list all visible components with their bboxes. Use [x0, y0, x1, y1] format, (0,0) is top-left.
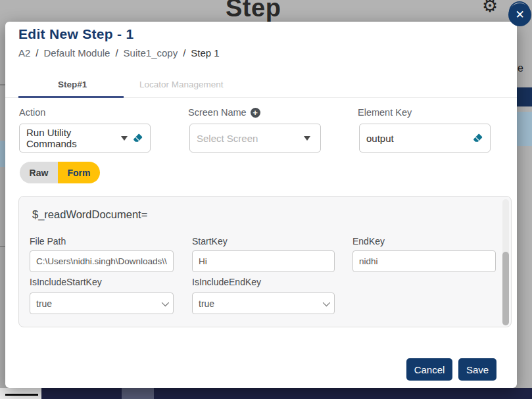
background-blue-block	[517, 112, 532, 146]
raw-form-toggle: Raw Form	[20, 162, 100, 183]
screen-name-label-text: Screen Name	[188, 107, 247, 118]
is-include-start-key-select[interactable]: true	[30, 293, 174, 314]
clear-action-eraser-icon[interactable]	[132, 133, 143, 144]
chevron-down-icon	[162, 298, 169, 306]
background-corner-line	[5, 394, 38, 396]
screen-name-dropdown[interactable]: Select Screen	[189, 124, 321, 153]
element-key-input[interactable]: output	[359, 124, 491, 153]
background-horizontal-scrollbar[interactable]	[41, 388, 532, 399]
is-include-end-key-value: true	[199, 298, 214, 309]
end-key-label: EndKey	[352, 236, 385, 246]
start-key-value: Hi	[199, 256, 207, 266]
background-horizontal-scrollbar-thumb[interactable]	[122, 388, 154, 399]
cancel-button[interactable]: Cancel	[406, 358, 452, 381]
action-label: Action	[19, 107, 45, 118]
breadcrumb-item-module[interactable]: Default Module	[44, 47, 110, 59]
panel-scrollbar-thumb[interactable]	[502, 252, 509, 325]
start-key-label: StartKey	[192, 236, 228, 246]
command-form-panel: $_readWordDocument= File Path StartKey E…	[18, 196, 512, 327]
edit-step-modal: Edit New Step - 1 A2/Default Module/Suit…	[5, 22, 517, 388]
panel-scrollbar[interactable]	[502, 199, 509, 325]
screen-name-label: Screen Name +	[188, 107, 260, 118]
background-page-title: Step	[226, 0, 281, 22]
tab-locator-management[interactable]: Locator Management	[139, 80, 224, 89]
file-path-value: C:\Users\nidhi.singh\Downloads\\	[36, 256, 167, 266]
background-left-blue-block	[0, 141, 5, 167]
background-divider	[0, 84, 5, 85]
action-label-text: Action	[19, 107, 45, 118]
is-include-start-key-label: IsIncludeStartKey	[30, 277, 102, 287]
screen-name-placeholder: Select Screen	[197, 133, 304, 144]
command-code-prefix: $_readWordDocument=	[32, 208, 147, 221]
action-value: Run Utility Commands	[26, 127, 121, 149]
chevron-down-icon	[323, 298, 330, 306]
element-key-value: output	[366, 133, 472, 144]
background-divider	[0, 246, 5, 247]
breadcrumb-separator: /	[115, 47, 118, 59]
start-key-input[interactable]: Hi	[192, 250, 335, 272]
element-key-label-text: Element Key	[358, 107, 412, 118]
raw-toggle-button[interactable]: Raw	[20, 162, 58, 183]
background-text-fragment: e	[518, 62, 523, 74]
dropdown-arrow-icon	[304, 136, 310, 141]
clear-element-key-eraser-icon[interactable]	[472, 133, 483, 144]
background-navy-block	[517, 87, 532, 106]
is-include-end-key-select[interactable]: true	[192, 293, 335, 314]
breadcrumb-item-project[interactable]: A2	[18, 47, 30, 59]
gear-icon[interactable]: ⚙	[482, 0, 498, 16]
is-include-end-key-label: IsIncludeEndKey	[192, 277, 261, 287]
form-toggle-button[interactable]: Form	[58, 162, 100, 183]
file-path-label: File Path	[30, 236, 66, 246]
breadcrumb-separator: /	[183, 47, 185, 59]
save-button[interactable]: Save	[458, 358, 496, 381]
breadcrumb-item-suite[interactable]: Suite1_copy	[124, 47, 178, 59]
element-key-label: Element Key	[358, 107, 412, 118]
action-dropdown[interactable]: Run Utility Commands	[19, 124, 151, 153]
add-screen-icon[interactable]: +	[251, 108, 260, 118]
active-tab-underline	[18, 96, 124, 98]
close-icon[interactable]: ✕	[508, 3, 531, 26]
dropdown-arrow-icon	[121, 136, 128, 141]
is-include-start-key-value: true	[36, 298, 52, 309]
end-key-input[interactable]: nidhi	[352, 250, 496, 272]
tab-step1[interactable]: Step#1	[58, 80, 87, 89]
breadcrumb-item-step[interactable]: Step 1	[191, 47, 219, 59]
end-key-value: nidhi	[359, 256, 378, 266]
file-path-input[interactable]: C:\Users\nidhi.singh\Downloads\\	[30, 250, 174, 272]
breadcrumb: A2/Default Module/Suite1_copy/Step 1	[18, 47, 220, 59]
breadcrumb-separator: /	[36, 47, 38, 59]
modal-title: Edit New Step - 1	[18, 26, 133, 42]
